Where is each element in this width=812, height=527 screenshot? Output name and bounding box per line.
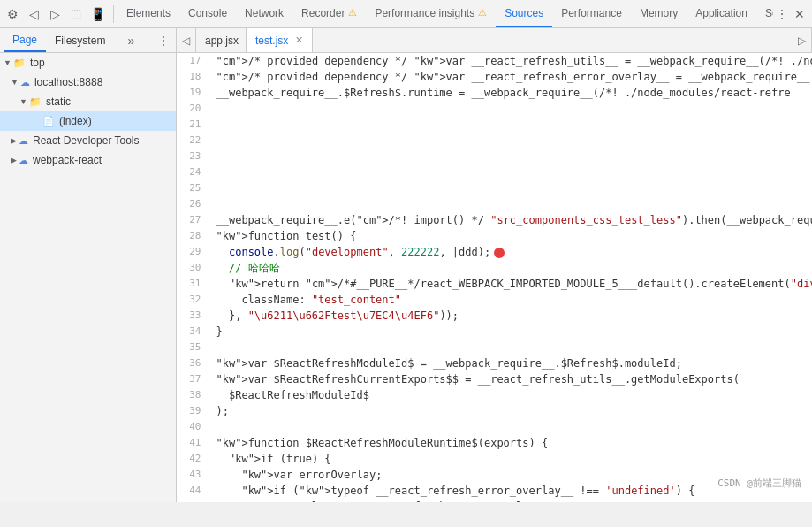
sidebar-item-index[interactable]: 📄 (index)	[0, 111, 176, 131]
line-number: 38	[177, 387, 209, 403]
table-row: 32 className: "test_content"	[177, 292, 812, 308]
line-code: "cm">/* provided dependency */ "kw">var …	[209, 69, 812, 85]
line-number: 40	[177, 419, 209, 435]
toolbar-icons: ⚙ ◁ ▷ ⬚ 📱	[4, 5, 114, 23]
line-code: "kw">function $ReactRefreshModuleRuntime…	[209, 435, 812, 451]
line-code: __webpack_require__.$Refresh$.runtime = …	[209, 85, 812, 101]
line-code: className: "test_content"	[209, 292, 812, 308]
sidebar-label-top: top	[30, 57, 45, 69]
line-code	[209, 196, 812, 212]
sidebar-label-localhost: localhost:8888	[34, 76, 102, 88]
triangle-webpack[interactable]: ▶	[11, 156, 17, 164]
more-icon[interactable]: »	[122, 34, 140, 48]
more-tabs-icon[interactable]: ⋮	[773, 5, 791, 23]
settings-icon[interactable]: ⚙	[4, 5, 21, 23]
line-code: errorOverlay = __react_refresh_error_ove…	[209, 499, 812, 502]
line-number: 43	[177, 467, 209, 483]
line-number: 33	[177, 308, 209, 324]
table-row: 29 console.log("development", 222222, |d…	[177, 244, 812, 260]
tab-network[interactable]: Network	[236, 0, 292, 27]
table-row: 18"cm">/* provided dependency */ "kw">va…	[177, 69, 812, 85]
triangle-static[interactable]: ▼	[19, 97, 27, 106]
code-table: 17"cm">/* provided dependency */ "kw">va…	[177, 53, 812, 502]
line-code	[209, 133, 812, 149]
table-row: 41"kw">function $ReactRefreshModuleRunti…	[177, 435, 812, 451]
line-code: }	[209, 324, 812, 340]
triangle-localhost[interactable]: ▼	[11, 78, 19, 87]
line-number: 34	[177, 324, 209, 340]
expand-file-icon[interactable]: ◁	[177, 28, 196, 52]
tab-memory[interactable]: Memory	[631, 0, 687, 27]
line-number: 28	[177, 228, 209, 244]
sec-divider	[118, 33, 118, 49]
line-number: 35	[177, 340, 209, 355]
sidebar-item-react-developer-tools[interactable]: ▶ ☁ React Developer Tools	[0, 131, 176, 150]
table-row: 31 "kw">return "cm">/*#__PURE__*/react_W…	[177, 276, 812, 292]
expand-right-icon[interactable]: ▷	[793, 28, 812, 52]
line-number: 17	[177, 53, 209, 69]
table-row: 27__webpack_require__.e("cm">/*! import(…	[177, 212, 812, 228]
tab-performance-insights[interactable]: Performance insights⚠	[366, 0, 496, 27]
line-code: // 哈哈哈	[209, 260, 812, 276]
line-number: 27	[177, 212, 209, 228]
line-code: "kw">var $ReactRefreshCurrentExports$$ =…	[209, 371, 812, 387]
tab-performance[interactable]: Performance	[552, 0, 631, 27]
sidebar-item-localhost[interactable]: ▼ ☁ localhost:8888	[0, 73, 176, 92]
triangle-top[interactable]: ▼	[4, 58, 11, 67]
table-row: 25	[177, 180, 812, 196]
tab-page[interactable]: Page	[4, 28, 46, 52]
line-code: );	[209, 403, 812, 419]
table-row: 26	[177, 196, 812, 212]
table-row: 37"kw">var $ReactRefreshCurrentExports$$…	[177, 371, 812, 387]
close-devtools-icon[interactable]: ✕	[791, 5, 808, 23]
line-code	[209, 340, 812, 355]
line-code	[209, 149, 812, 164]
line-number: 42	[177, 451, 209, 467]
sidebar-label-webpack: webpack-react	[33, 154, 102, 166]
tab-security[interactable]: Security	[756, 0, 773, 27]
tab-sources[interactable]: Sources	[496, 0, 552, 27]
table-row: 20	[177, 101, 812, 117]
table-row: 17"cm">/* provided dependency */ "kw">va…	[177, 53, 812, 69]
file-tab-test-jsx[interactable]: test.jsx ✕	[247, 28, 313, 52]
sidebar-item-static[interactable]: ▼ 📁 static	[0, 92, 176, 111]
line-code: $ReactRefreshModuleId$	[209, 387, 812, 403]
line-number: 23	[177, 149, 209, 164]
table-row: 19__webpack_require__.$Refresh$.runtime …	[177, 85, 812, 101]
main-content: Page Filesystem » ⋮ ▼ 📁 top ▼ ☁ localhos…	[0, 28, 812, 502]
tab-elements[interactable]: Elements	[118, 0, 179, 27]
line-code: console.log("development", 222222, |ddd)…	[209, 244, 812, 260]
folder-icon-top: 📁	[13, 57, 26, 69]
tab-application[interactable]: Application	[687, 0, 756, 27]
recorder-warning-icon: ⚠	[348, 7, 357, 19]
file-tab-app-jsx[interactable]: app.jsx	[196, 28, 247, 52]
triangle-rdt[interactable]: ▶	[11, 136, 17, 145]
line-code	[209, 180, 812, 196]
main-toolbar: ⚙ ◁ ▷ ⬚ 📱 Elements Console Network Recor…	[0, 0, 812, 28]
table-row: 45 errorOverlay = __react_refresh_error_…	[177, 499, 812, 502]
line-number: 37	[177, 371, 209, 387]
folder-icon-static: 📁	[29, 96, 42, 108]
inspect-icon[interactable]: ⬚	[67, 5, 85, 23]
device-icon[interactable]: 📱	[88, 5, 106, 23]
cloud-icon-localhost: ☁	[20, 77, 30, 88]
line-number: 22	[177, 133, 209, 149]
code-pane[interactable]: 17"cm">/* provided dependency */ "kw">va…	[177, 53, 812, 502]
forward-icon[interactable]: ▷	[46, 5, 64, 23]
tab-console[interactable]: Console	[179, 0, 236, 27]
tab-filesystem[interactable]: Filesystem	[46, 28, 114, 52]
line-code: "kw">var $ReactRefreshModuleId$ = __webp…	[209, 355, 812, 371]
table-row: 35	[177, 340, 812, 355]
sidebar: Page Filesystem » ⋮ ▼ 📁 top ▼ ☁ localhos…	[0, 28, 177, 502]
line-number: 36	[177, 355, 209, 371]
table-row: 30 // 哈哈哈	[177, 260, 812, 276]
table-row: 43 "kw">var errorOverlay;	[177, 467, 812, 483]
sidebar-item-top[interactable]: ▼ 📁 top	[0, 53, 176, 73]
line-code: "kw">return "cm">/*#__PURE__*/react_WEBP…	[209, 276, 812, 292]
line-number: 20	[177, 101, 209, 117]
tab-recorder[interactable]: Recorder⚠	[292, 0, 366, 27]
back-icon[interactable]: ◁	[25, 5, 42, 23]
sidebar-more-icon[interactable]: ⋮	[155, 32, 172, 50]
close-tab-icon[interactable]: ✕	[293, 34, 305, 47]
sidebar-item-webpack-react[interactable]: ▶ ☁ webpack-react	[0, 150, 176, 170]
